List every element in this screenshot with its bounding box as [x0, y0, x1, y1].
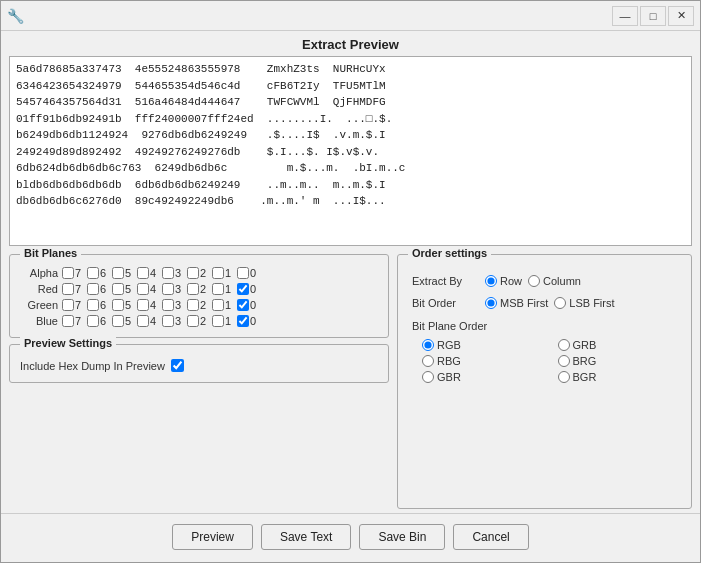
- cancel-button[interactable]: Cancel: [453, 524, 528, 550]
- checkbox-green-4[interactable]: [137, 299, 149, 311]
- bit-plane-row-red: Red76543210: [20, 283, 378, 295]
- bit-order-radio-group: MSB First LSB First: [485, 297, 615, 309]
- bpo-gbr-radio[interactable]: [422, 371, 434, 383]
- minimize-button[interactable]: —: [612, 6, 638, 26]
- checkbox-alpha-1[interactable]: [212, 267, 224, 279]
- checkbox-green-7[interactable]: [62, 299, 74, 311]
- maximize-button[interactable]: □: [640, 6, 666, 26]
- bit-checkbox-blue-3: 3: [162, 315, 185, 327]
- checkbox-alpha-5[interactable]: [112, 267, 124, 279]
- checkbox-label-blue-2: 2: [200, 315, 210, 327]
- extract-by-column-radio[interactable]: [528, 275, 540, 287]
- checkbox-alpha-2[interactable]: [187, 267, 199, 279]
- checkbox-label-green-2: 2: [200, 299, 210, 311]
- checkbox-label-green-7: 7: [75, 299, 85, 311]
- bit-checkbox-alpha-7: 7: [62, 267, 85, 279]
- checkbox-red-5[interactable]: [112, 283, 124, 295]
- bpo-grb-radio[interactable]: [558, 339, 570, 351]
- checkbox-label-alpha-0: 0: [250, 267, 260, 279]
- checkbox-alpha-4[interactable]: [137, 267, 149, 279]
- bit-checkbox-alpha-1: 1: [212, 267, 235, 279]
- lsb-first-radio[interactable]: [554, 297, 566, 309]
- save-text-button[interactable]: Save Text: [261, 524, 351, 550]
- bpo-brg-radio[interactable]: [558, 355, 570, 367]
- checkbox-label-blue-1: 1: [225, 315, 235, 327]
- checkbox-label-green-5: 5: [125, 299, 135, 311]
- bit-checkbox-green-5: 5: [112, 299, 135, 311]
- bit-checkbox-green-4: 4: [137, 299, 160, 311]
- checkbox-blue-5[interactable]: [112, 315, 124, 327]
- checkbox-blue-4[interactable]: [137, 315, 149, 327]
- checkbox-blue-1[interactable]: [212, 315, 224, 327]
- checkbox-blue-2[interactable]: [187, 315, 199, 327]
- bit-plane-checkboxes-blue: 76543210: [62, 315, 260, 327]
- checkbox-green-3[interactable]: [162, 299, 174, 311]
- bit-checkbox-red-2: 2: [187, 283, 210, 295]
- lsb-first-option: LSB First: [554, 297, 614, 309]
- hex-dump-label: Include Hex Dump In Preview: [20, 360, 165, 372]
- checkbox-red-4[interactable]: [137, 283, 149, 295]
- extract-by-radio-group: Row Column: [485, 275, 581, 287]
- preview-button[interactable]: Preview: [172, 524, 253, 550]
- order-settings-title: Order settings: [408, 247, 491, 259]
- checkbox-alpha-6[interactable]: [87, 267, 99, 279]
- bit-checkbox-alpha-2: 2: [187, 267, 210, 279]
- msb-first-label: MSB First: [500, 297, 548, 309]
- bpo-bgr-label: BGR: [573, 371, 597, 383]
- checkbox-label-green-6: 6: [100, 299, 110, 311]
- checkbox-label-blue-0: 0: [250, 315, 260, 327]
- bit-checkbox-red-6: 6: [87, 283, 110, 295]
- checkbox-alpha-7[interactable]: [62, 267, 74, 279]
- checkbox-green-2[interactable]: [187, 299, 199, 311]
- checkbox-red-3[interactable]: [162, 283, 174, 295]
- extract-by-column-option: Column: [528, 275, 581, 287]
- checkbox-red-6[interactable]: [87, 283, 99, 295]
- checkbox-label-red-2: 2: [200, 283, 210, 295]
- close-button[interactable]: ✕: [668, 6, 694, 26]
- checkbox-green-6[interactable]: [87, 299, 99, 311]
- bit-checkbox-blue-1: 1: [212, 315, 235, 327]
- bit-checkbox-blue-0: 0: [237, 315, 260, 327]
- checkbox-blue-3[interactable]: [162, 315, 174, 327]
- bit-checkbox-alpha-0: 0: [237, 267, 260, 279]
- checkbox-red-0[interactable]: [237, 283, 249, 295]
- bit-plane-checkboxes-red: 76543210: [62, 283, 260, 295]
- preview-area[interactable]: 5a6d78685a337473 4e55524863555978 ZmxhZ3…: [9, 56, 692, 246]
- bit-plane-checkboxes-alpha: 76543210: [62, 267, 260, 279]
- checkbox-label-blue-6: 6: [100, 315, 110, 327]
- checkbox-blue-6[interactable]: [87, 315, 99, 327]
- bit-planes-grid: Alpha76543210Red76543210Green76543210Blu…: [20, 267, 378, 327]
- checkbox-label-red-0: 0: [250, 283, 260, 295]
- msb-first-radio[interactable]: [485, 297, 497, 309]
- extract-by-row-label: Row: [500, 275, 522, 287]
- checkbox-label-green-4: 4: [150, 299, 160, 311]
- bit-planes-group: Bit Planes Alpha76543210Red76543210Green…: [9, 254, 389, 338]
- checkbox-green-1[interactable]: [212, 299, 224, 311]
- bpo-bgr-radio[interactable]: [558, 371, 570, 383]
- checkbox-alpha-0[interactable]: [237, 267, 249, 279]
- bpo-rgb-radio[interactable]: [422, 339, 434, 351]
- save-bin-button[interactable]: Save Bin: [359, 524, 445, 550]
- extract-by-row-radio[interactable]: [485, 275, 497, 287]
- checkbox-blue-0[interactable]: [237, 315, 249, 327]
- checkbox-alpha-3[interactable]: [162, 267, 174, 279]
- checkbox-red-7[interactable]: [62, 283, 74, 295]
- bit-plane-label-red: Red: [20, 283, 58, 295]
- checkbox-red-2[interactable]: [187, 283, 199, 295]
- checkbox-green-5[interactable]: [112, 299, 124, 311]
- checkbox-green-0[interactable]: [237, 299, 249, 311]
- bit-checkbox-alpha-4: 4: [137, 267, 160, 279]
- checkbox-label-green-0: 0: [250, 299, 260, 311]
- bpo-rbg-radio[interactable]: [422, 355, 434, 367]
- bit-checkbox-red-4: 4: [137, 283, 160, 295]
- hex-dump-checkbox[interactable]: [171, 359, 184, 372]
- bit-checkbox-red-5: 5: [112, 283, 135, 295]
- checkbox-red-1[interactable]: [212, 283, 224, 295]
- preview-settings-title: Preview Settings: [20, 337, 116, 349]
- preview-line: db6db6db6c6276d0 89c492492249db6 .m..m.'…: [16, 193, 685, 210]
- checkbox-label-alpha-5: 5: [125, 267, 135, 279]
- preview-line: 01ff91b6db92491b fff24000007fff24ed ....…: [16, 111, 685, 128]
- checkbox-blue-7[interactable]: [62, 315, 74, 327]
- checkbox-label-green-1: 1: [225, 299, 235, 311]
- bit-plane-order-section: Bit Plane Order RGB GRB RBG: [412, 319, 677, 383]
